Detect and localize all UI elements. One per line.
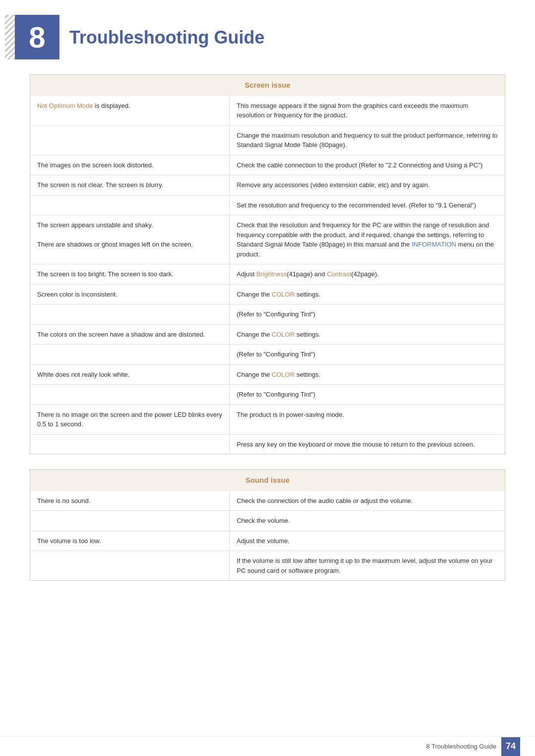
table-row: Not Optimum Mode is displayed. This mess… <box>30 96 505 126</box>
page-number: 74 <box>501 737 520 756</box>
solution-cell: Change the maximum resolution and freque… <box>229 125 505 155</box>
issue-cell: The screen appears unstable and shaky. T… <box>30 215 230 264</box>
issue-cell <box>30 385 230 405</box>
issue-cell <box>30 304 230 325</box>
issue-cell: Not Optimum Mode is displayed. <box>30 96 230 126</box>
table-row: If the volume is still low after turning… <box>30 551 505 581</box>
table-row: The screen is not clear. The screen is b… <box>30 175 505 196</box>
issue-cell <box>30 125 230 155</box>
table-row: Set the resolution and frequency to the … <box>30 195 505 215</box>
issue-cell: White does not really look white. <box>30 364 230 385</box>
table-row: (Refer to "Configuring Tint") <box>30 385 505 405</box>
screen-issue-header: Screen issue <box>30 75 505 96</box>
solution-cell: Set the resolution and frequency to the … <box>229 195 505 215</box>
solution-cell: Adjust the volume. <box>229 531 505 551</box>
page-title: Troubleshooting Guide <box>69 15 265 48</box>
table-row: White does not really look white. Change… <box>30 364 505 385</box>
table-row: Screen color is inconsistent. Change the… <box>30 284 505 304</box>
solution-cell: Check the cable connection to the produc… <box>229 155 505 175</box>
page-footer: 8 Troubleshooting Guide 74 <box>0 736 535 756</box>
issue-cell: The images on the screen look distorted. <box>30 155 230 175</box>
issue-cell: The screen is too bright. The screen is … <box>30 264 230 285</box>
solution-cell: The product is in power-saving mode. <box>229 404 505 434</box>
solution-cell: This message appears if the signal from … <box>229 96 505 126</box>
issue-cell <box>30 551 230 581</box>
table-row: There is no sound. Check the connection … <box>30 491 505 511</box>
table-row: (Refer to "Configuring Tint") <box>30 345 505 365</box>
table-row: The volume is too low. Adjust the volume… <box>30 531 505 551</box>
solution-cell: Change the COLOR settings. <box>229 364 505 385</box>
table-row: Press any key on the keyboard or move th… <box>30 434 505 454</box>
table-row: Check the volume. <box>30 511 505 531</box>
issue-cell: Screen color is inconsistent. <box>30 284 230 304</box>
solution-cell: If the volume is still low after turning… <box>229 551 505 581</box>
solution-cell: (Refer to "Configuring Tint") <box>229 385 505 405</box>
issue-cell <box>30 345 230 365</box>
issue-cell: There is no image on the screen and the … <box>30 404 230 434</box>
sound-issue-table: Sound issue There is no sound. Check the… <box>30 469 505 581</box>
page-header: 8 Troubleshooting Guide <box>0 0 535 69</box>
chapter-number: 8 <box>15 15 59 59</box>
table-row: The images on the screen look distorted.… <box>30 155 505 175</box>
issue-cell: There is no sound. <box>30 491 230 511</box>
table-row: (Refer to "Configuring Tint") <box>30 304 505 325</box>
table-row: The screen appears unstable and shaky. T… <box>30 215 505 264</box>
solution-cell: Check that the resolution and frequency … <box>229 215 505 264</box>
solution-cell: Check the connection of the audio cable … <box>229 491 505 511</box>
issue-cell: The colors on the screen have a shadow a… <box>30 324 230 345</box>
table-row: The colors on the screen have a shadow a… <box>30 324 505 345</box>
issue-cell <box>30 195 230 215</box>
issue-cell <box>30 434 230 454</box>
solution-cell: Adjust Brightness(41page) and Contrast(4… <box>229 264 505 285</box>
issue-cell: The screen is not clear. The screen is b… <box>30 175 230 196</box>
solution-cell: (Refer to "Configuring Tint") <box>229 304 505 325</box>
sound-issue-header: Sound issue <box>30 470 505 491</box>
table-row: The screen is too bright. The screen is … <box>30 264 505 285</box>
table-row: Change the maximum resolution and freque… <box>30 125 505 155</box>
solution-cell: Change the COLOR settings. <box>229 284 505 304</box>
footer-text: 8 Troubleshooting Guide <box>426 743 496 750</box>
solution-cell: Change the COLOR settings. <box>229 324 505 345</box>
main-content: Screen issue Not Optimum Mode is display… <box>0 69 535 615</box>
solution-cell: Check the volume. <box>229 511 505 531</box>
solution-cell: Remove any accessories (video extension … <box>229 175 505 196</box>
issue-cell <box>30 511 230 531</box>
issue-cell: The volume is too low. <box>30 531 230 551</box>
solution-cell: Press any key on the keyboard or move th… <box>229 434 505 454</box>
screen-issue-table: Screen issue Not Optimum Mode is display… <box>30 74 505 454</box>
table-row: There is no image on the screen and the … <box>30 404 505 434</box>
solution-cell: (Refer to "Configuring Tint") <box>229 345 505 365</box>
